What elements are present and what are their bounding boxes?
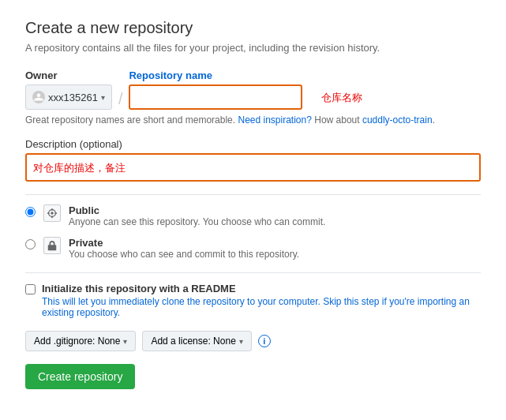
- divider-1: [25, 194, 481, 195]
- description-input[interactable]: [25, 153, 481, 182]
- gitignore-dropdown[interactable]: Add .gitignore: None ▾: [25, 331, 136, 351]
- visibility-section: Public Anyone can see this repository. Y…: [25, 204, 481, 260]
- svg-rect-3: [51, 216, 53, 219]
- readme-checkbox[interactable]: [25, 284, 36, 294]
- owner-username: xxx135261: [48, 92, 98, 103]
- divider-2: [25, 272, 481, 273]
- readme-content: Initialize this repository with a README…: [42, 283, 481, 318]
- suggestion-link[interactable]: cuddly-octo-train: [362, 114, 433, 126]
- hint-text: Great repository names are short and mem…: [25, 114, 481, 126]
- repo-name-label: Repository name: [129, 69, 302, 81]
- page-subtitle: A repository contains all the files for …: [25, 42, 481, 54]
- public-radio[interactable]: [25, 207, 36, 217]
- toolbar-row: Add .gitignore: None ▾ Add a license: No…: [25, 331, 481, 351]
- private-option: Private You choose who can see and commi…: [25, 237, 481, 260]
- description-section: Description (optional): [25, 138, 481, 182]
- private-radio[interactable]: [25, 239, 36, 249]
- repo-name-annotation: 仓库名称: [321, 92, 362, 103]
- owner-caret: ▾: [101, 93, 105, 102]
- license-caret: ▾: [239, 337, 243, 346]
- public-content: Public Anyone can see this repository. Y…: [69, 204, 325, 227]
- private-content: Private You choose who can see and commi…: [69, 237, 299, 260]
- slash-divider: /: [118, 90, 123, 110]
- inspiration-link[interactable]: Need inspiration?: [238, 114, 311, 126]
- description-label: Description (optional): [25, 138, 481, 150]
- private-desc: You choose who can see and commit to thi…: [69, 249, 299, 260]
- license-dropdown[interactable]: Add a license: None ▾: [142, 331, 251, 351]
- public-icon: [43, 204, 61, 222]
- repo-name-input[interactable]: [129, 84, 302, 110]
- public-option: Public Anyone can see this repository. Y…: [25, 204, 481, 227]
- owner-label: Owner: [25, 69, 112, 81]
- owner-dropdown[interactable]: xxx135261 ▾: [25, 84, 112, 110]
- gitignore-label: Add .gitignore: None: [34, 336, 120, 347]
- svg-rect-5: [55, 212, 58, 214]
- create-repository-button[interactable]: Create repository: [25, 364, 135, 389]
- svg-rect-2: [51, 208, 53, 211]
- private-label: Private: [69, 237, 299, 249]
- private-icon: [43, 237, 61, 254]
- readme-desc: This will let you immediately clone the …: [42, 296, 481, 318]
- public-label: Public: [69, 204, 325, 216]
- initialize-section: Initialize this repository with a README…: [25, 283, 481, 318]
- readme-option: Initialize this repository with a README…: [25, 283, 481, 318]
- license-label: Add a license: None: [151, 336, 235, 347]
- page-title: Create a new repository: [25, 19, 481, 37]
- gitignore-caret: ▾: [123, 337, 127, 346]
- info-icon[interactable]: i: [258, 335, 271, 347]
- svg-rect-4: [47, 212, 50, 214]
- public-desc: Anyone can see this repository. You choo…: [69, 216, 325, 227]
- owner-avatar: [32, 91, 45, 103]
- svg-point-1: [51, 212, 54, 215]
- readme-label: Initialize this repository with a README: [42, 283, 236, 294]
